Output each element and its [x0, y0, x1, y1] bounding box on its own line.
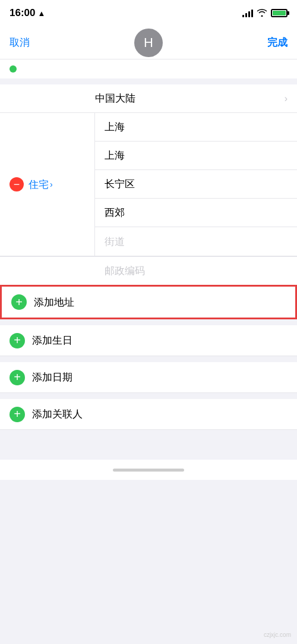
address-fields-right: 上海 上海 长宁区 西郊 街道 [95, 113, 297, 256]
status-time: 16:00 ▲ [10, 7, 45, 19]
add-contact-row[interactable]: + 添加关联人 [0, 399, 297, 430]
add-date-button[interactable]: + [10, 370, 25, 385]
section-sep-2 [0, 319, 297, 325]
add-contact-button[interactable]: + [10, 407, 25, 422]
address-type-row: − 住宅 › 上海 上海 长宁区 西郊 街道 [0, 113, 297, 256]
plus-icon: + [15, 296, 23, 309]
watermark: czjxjc.com [264, 632, 291, 638]
status-dot [10, 65, 17, 73]
location-icon: ▲ [37, 9, 45, 18]
clock: 16:00 [10, 7, 35, 19]
city2-row[interactable]: 上海 [95, 142, 297, 170]
postal-placeholder: 邮政编码 [105, 265, 145, 277]
street-placeholder-row[interactable]: 街道 [95, 227, 297, 256]
postal-row[interactable]: 邮政编码 [0, 256, 297, 285]
battery-icon [271, 9, 287, 17]
plus-icon-3: + [14, 370, 21, 384]
add-contact-label: 添加关联人 [32, 407, 83, 421]
section-separator [0, 78, 297, 84]
add-date-row[interactable]: + 添加日期 [0, 362, 297, 393]
section-sep-5 [0, 430, 297, 460]
chevron-right-icon: › [285, 93, 287, 104]
section-sep-4 [0, 393, 297, 399]
district-value: 长宁区 [105, 177, 135, 191]
status-bar: 16:00 ▲ [0, 0, 297, 26]
minus-icon: − [14, 179, 20, 190]
avatar: H [134, 29, 163, 57]
plus-icon-4: + [14, 407, 21, 421]
address-type-chevron: › [50, 180, 53, 189]
street-row[interactable]: 西郊 [95, 199, 297, 227]
cancel-button[interactable]: 取消 [10, 36, 30, 49]
district-row[interactable]: 长宁区 [95, 170, 297, 199]
street-value: 西郊 [105, 206, 125, 219]
status-right [242, 8, 287, 18]
add-address-label: 添加地址 [34, 296, 74, 309]
address-block: 中国大陆 › − 住宅 › 上海 上海 长宁区 [0, 84, 297, 285]
country-value: 中国大陆 [95, 92, 285, 105]
address-type-left: − 住宅 › [0, 113, 95, 256]
remove-address-button[interactable]: − [10, 177, 24, 191]
nav-bar: 取消 H 完成 [0, 26, 297, 59]
add-date-label: 添加日期 [32, 370, 72, 384]
add-address-row[interactable]: + 添加地址 [2, 287, 295, 318]
address-type-label: 住宅 [29, 178, 49, 191]
done-button[interactable]: 完成 [267, 36, 287, 49]
plus-icon-2: + [14, 334, 21, 347]
city1-value: 上海 [105, 120, 125, 134]
add-birthday-row[interactable]: + 添加生日 [0, 325, 297, 356]
home-bar [113, 469, 184, 472]
street-placeholder: 街道 [105, 235, 125, 249]
add-birthday-button[interactable]: + [10, 333, 25, 348]
signal-icon [242, 9, 253, 17]
wifi-icon [257, 8, 267, 18]
city1-row[interactable]: 上海 [95, 113, 297, 142]
add-birthday-label: 添加生日 [32, 334, 72, 347]
home-indicator [0, 460, 297, 480]
green-dot-row [0, 59, 297, 78]
highlight-container: + 添加地址 [0, 285, 297, 319]
city2-value: 上海 [105, 149, 125, 162]
section-sep-3 [0, 356, 297, 362]
add-address-button[interactable]: + [11, 294, 27, 310]
country-row[interactable]: 中国大陆 › [0, 84, 297, 113]
